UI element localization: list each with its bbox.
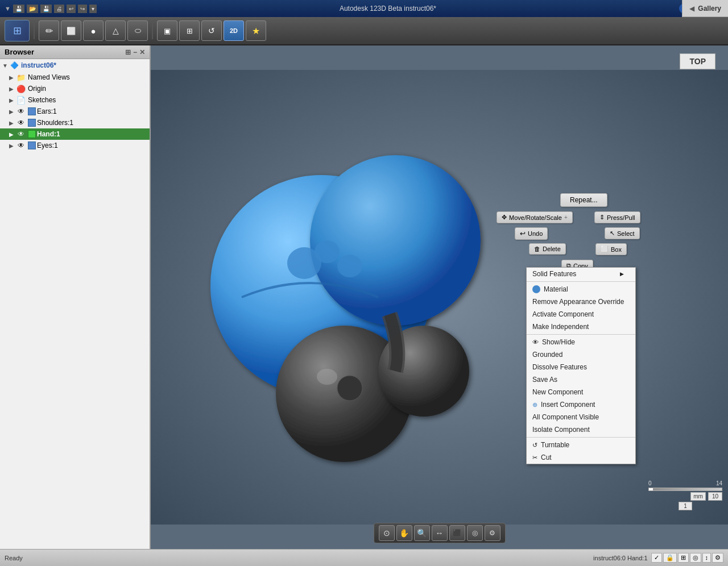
browser-icon-grid[interactable]: ⊞ <box>125 48 131 56</box>
toolbar-btn-view2[interactable]: ⊞ <box>179 20 200 41</box>
check-icon[interactable]: ✓ <box>651 553 662 563</box>
cm-new-component[interactable]: New Component <box>527 386 635 398</box>
status-icons[interactable]: ✓ 🔒 ⊞ ◎ ↕ ⚙ <box>651 553 724 563</box>
cm-save-as[interactable]: Save As <box>527 373 635 386</box>
cm-material[interactable]: Material <box>527 283 635 296</box>
toolbar-btn-cone[interactable]: △ <box>105 20 126 41</box>
bt-orbit[interactable]: ⊙ <box>379 525 395 541</box>
sketches-icon: 📄 <box>16 95 26 105</box>
bt-move[interactable]: ↔ <box>432 525 448 541</box>
arrows-icon[interactable]: ↕ <box>702 553 712 563</box>
browser-icon-minus[interactable]: − <box>133 48 137 56</box>
bt-settings[interactable]: ⚙ <box>485 525 500 541</box>
svg-point-4 <box>315 240 340 263</box>
toolbar-btn-sphere[interactable]: ● <box>83 20 104 41</box>
tree-label-hand: Hand:1 <box>37 130 60 138</box>
cm-activate-component[interactable]: Activate Component <box>527 308 635 321</box>
svg-point-9 <box>337 376 362 401</box>
grid-icon[interactable]: ⊞ <box>678 553 689 563</box>
lock-icon[interactable]: 🔒 <box>663 553 677 563</box>
status-info: instruct06:0 Hand:1 <box>593 555 647 561</box>
toolbar-btn-cylinder[interactable]: ⬭ <box>127 20 148 41</box>
browser-header: Browser ⊞ − ✕ <box>0 45 150 59</box>
toolbar-btn-star[interactable]: ★ <box>246 20 266 41</box>
repeat-button[interactable]: Repeat... <box>560 193 607 207</box>
tree-item-eyes[interactable]: ▶ 👁 Eyes:1 <box>0 140 150 151</box>
tree-label-eyes: Eyes:1 <box>37 142 58 149</box>
tree-arrow: ▶ <box>9 131 16 138</box>
snap-icon[interactable]: ◎ <box>690 553 701 563</box>
tree-label-sketches: Sketches <box>28 96 56 104</box>
browser-toolbar[interactable]: ⊞ − ✕ <box>125 48 145 56</box>
cm-grounded[interactable]: Grounded <box>527 348 635 361</box>
bt-zoom[interactable]: 🔍 <box>414 525 430 541</box>
window-title: Autodesk 123D Beta instruct06* <box>97 5 679 13</box>
settings-icon[interactable]: ⚙ <box>712 553 723 563</box>
unit-label: mm <box>690 492 706 501</box>
cm-isolate-component[interactable]: Isolate Component <box>527 423 635 436</box>
tree-item-ears[interactable]: ▶ 👁 Ears:1 <box>0 106 150 117</box>
turntable-icon: ↺ <box>532 442 537 449</box>
cm-separator <box>527 281 635 282</box>
tree-item-shoulders[interactable]: ▶ 👁 Shoulders:1 <box>0 117 150 128</box>
toolbar-btn-pencil[interactable]: ✏ <box>39 20 59 41</box>
tree-arrow: ▶ <box>9 97 16 103</box>
eye-icon-shoulders: 👁 <box>16 118 26 127</box>
cm-separator-3 <box>527 437 635 438</box>
tree-item-hand[interactable]: ▶ 👁 Hand:1 <box>0 128 150 140</box>
tree-item-sketches[interactable]: ▶ 📄 Sketches <box>0 94 150 106</box>
cm-dissolve-features[interactable]: Dissolve Features <box>527 361 635 373</box>
tree-label-named-views: Named Views <box>28 73 70 81</box>
cm-separator-2 <box>527 334 635 335</box>
svg-point-5 <box>337 255 362 277</box>
show-hide-icon: 👁 <box>532 339 539 346</box>
toolbar-btn-rotate[interactable]: ↺ <box>201 20 222 41</box>
cm-turntable[interactable]: ↺ Turntable <box>527 439 635 451</box>
move-icon: ✥ <box>502 214 507 221</box>
tree-label-shoulders: Shoulders:1 <box>37 119 73 127</box>
toolbar-btn-view1[interactable]: ▣ <box>157 20 177 41</box>
scale-value: 10 <box>708 492 722 501</box>
viewport[interactable]: TOP <box>151 45 728 549</box>
gallery-arrow-left[interactable]: ◀ <box>689 5 694 13</box>
root-icon: 🔷 <box>9 61 19 70</box>
tree-arrow: ▶ <box>9 143 16 149</box>
move-rotate-scale-button[interactable]: ✥ Move/Rotate/Scale + <box>497 211 573 223</box>
toolbar-btn-2d[interactable]: 2D <box>224 20 244 41</box>
browser-icon-close[interactable]: ✕ <box>139 48 145 56</box>
scale-bar: 0 14 mm 10 1 <box>648 480 722 509</box>
cm-all-component-visible[interactable]: All Component Visible <box>527 411 635 423</box>
scale-bottom-value: 1 <box>679 502 692 510</box>
delete-button[interactable]: 🗑 Delete <box>529 243 566 255</box>
status-text: Ready <box>5 555 23 561</box>
titlebar: ▼ 💾 📂 💾 🖨 ↩ ↪ ▾ Autodesk 123D Beta instr… <box>0 0 728 17</box>
cm-show-hide[interactable]: 👁 Show/Hide <box>527 336 635 348</box>
cm-cut[interactable]: ✂ Cut <box>527 451 635 464</box>
tree-label-ears: Ears:1 <box>37 107 57 115</box>
box-button[interactable]: ⬜ Box <box>595 243 627 255</box>
tree-arrow: ▶ <box>9 74 16 81</box>
cm-insert-component[interactable]: ⊕ Insert Component <box>527 398 635 411</box>
cm-remove-appearance[interactable]: Remove Appearance Override <box>527 296 635 308</box>
press-pull-button[interactable]: ⇕ Press/Pull <box>594 211 640 223</box>
home-button[interactable]: ⊞ <box>5 20 30 41</box>
tree-item-named-views[interactable]: ▶ 📁 Named Views <box>0 72 150 83</box>
select-button[interactable]: ↖ Select <box>605 227 640 239</box>
cm-solid-features[interactable]: Solid Features <box>527 268 635 280</box>
status-bar: Ready instruct06:0 Hand:1 ✓ 🔒 ⊞ ◎ ↕ ⚙ <box>0 549 728 566</box>
app-menu-icons[interactable]: ▼ 💾 📂 💾 🖨 ↩ ↪ ▾ <box>5 5 97 13</box>
tree-root[interactable]: ▼ 🔷 instruct06* <box>0 59 150 72</box>
insert-icon: ⊕ <box>532 401 537 409</box>
bt-snap[interactable]: ◎ <box>467 525 483 541</box>
tree-item-origin[interactable]: ▶ 🔴 Origin <box>0 83 150 94</box>
gallery-label[interactable]: Gallery <box>698 5 721 13</box>
toolbar-btn-box[interactable]: ⬜ <box>61 20 81 41</box>
eye-icon-hand: 👁 <box>16 130 26 139</box>
undo-button[interactable]: ↩ Undo <box>515 227 548 240</box>
cm-make-independent[interactable]: Make Independent <box>527 321 635 333</box>
bt-select-box[interactable]: ⬛ <box>449 525 465 541</box>
bt-pan[interactable]: ✋ <box>396 525 412 541</box>
undo-icon: ↩ <box>520 230 526 238</box>
press-pull-icon: ⇕ <box>599 214 605 221</box>
gallery-bar[interactable]: ◀ Gallery <box>682 0 728 17</box>
